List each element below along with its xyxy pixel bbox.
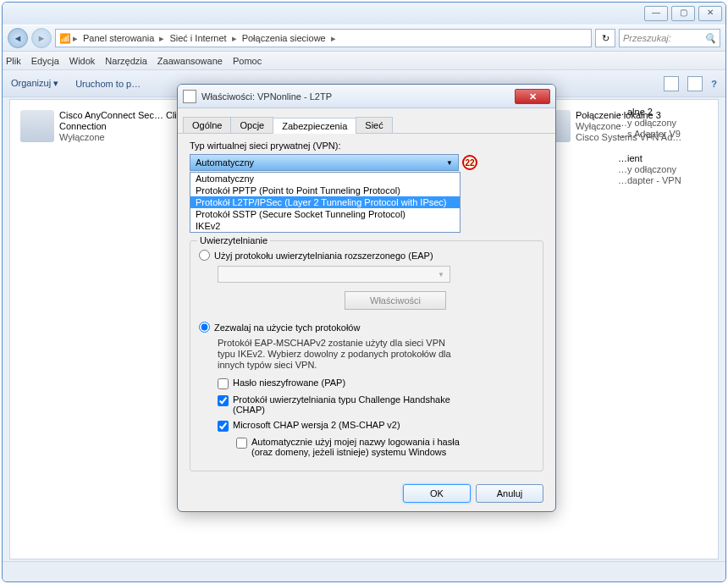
radio-allow-input[interactable]: [199, 322, 210, 333]
back-button[interactable]: ◄: [8, 28, 28, 48]
connection-item-partial: …ient …y odłączony …dapter - VPN: [618, 153, 711, 186]
check-pap[interactable]: Hasło nieszyfrowane (PAP): [218, 377, 534, 389]
chevron-down-icon: ▼: [446, 159, 453, 167]
check-mschap[interactable]: Microsoft CHAP wersja 2 (MS-CHAP v2): [218, 420, 534, 432]
search-icon: 🔍: [704, 33, 716, 44]
connection-item-partial: …alne 2 …y odłączony …s Adapter V9: [618, 107, 711, 140]
ok-button[interactable]: OK: [403, 484, 471, 503]
close-button[interactable]: ✕: [698, 6, 722, 21]
chevron-icon: ▸: [331, 33, 336, 44]
connection-name: Cisco AnyConnect Sec… Client Connection: [59, 110, 191, 132]
radio-allow[interactable]: Zezwalaj na użycie tych protokołów: [199, 322, 534, 333]
check-chap-input[interactable]: [218, 395, 229, 406]
radio-allow-label: Zezwalaj na użycie tych protokołów: [214, 322, 360, 333]
dialog-titlebar: Właściwości: VPNonline - L2TP ✕: [178, 85, 555, 108]
refresh-button[interactable]: ↻: [595, 29, 615, 47]
tab-security[interactable]: Zabezpieczenia: [273, 118, 356, 134]
start-connection-button[interactable]: Uruchom to p…: [75, 79, 141, 89]
minimize-button[interactable]: —: [644, 6, 668, 21]
menubar: Plik Edycja Widok Narzędzia Zaawansowane…: [3, 52, 725, 70]
tab-options[interactable]: Opcje: [230, 117, 273, 133]
callout-22: 22: [462, 155, 477, 170]
properties-dialog: Właściwości: VPNonline - L2TP ✕ Ogólne O…: [177, 84, 556, 512]
dialog-title: Właściwości: VPNonline - L2TP: [201, 91, 332, 102]
cancel-button[interactable]: Anuluj: [476, 484, 543, 503]
search-input[interactable]: Przeszukaj: 🔍: [619, 29, 720, 47]
address-bar[interactable]: 📶 ▸ Panel sterowania ▸ Sieć i Internet ▸…: [55, 29, 592, 47]
dropdown-option[interactable]: Protokół PPTP (Point to Point Tunneling …: [190, 185, 460, 196]
dropdown-option[interactable]: Automatyczny: [190, 173, 460, 185]
menu-advanced[interactable]: Zaawansowane: [157, 56, 223, 66]
vpn-type-dropdown: Automatyczny Protokół PPTP (Point to Poi…: [190, 172, 461, 233]
check-autologin-input[interactable]: [236, 438, 247, 449]
check-pap-label: Hasło nieszyfrowane (PAP): [233, 377, 345, 388]
search-placeholder: Przeszukaj:: [623, 33, 671, 43]
explorer-window: — ▢ ✕ ◄ ► 📶 ▸ Panel sterowania ▸ Sieć i …: [2, 2, 726, 582]
dropdown-option[interactable]: Protokół SSTP (Secure Socket Tunneling P…: [190, 208, 460, 220]
navbar: ◄ ► 📶 ▸ Panel sterowania ▸ Sieć i Intern…: [3, 25, 725, 52]
check-autologin-label: Automatycznie użyj mojej nazwy logowania…: [251, 437, 472, 457]
menu-file[interactable]: Plik: [6, 56, 21, 66]
auth-group: Uwierzytelnianie Użyj protokołu uwierzyt…: [190, 240, 543, 471]
tab-general[interactable]: Ogólne: [183, 117, 231, 133]
help-icon[interactable]: ?: [711, 79, 717, 89]
vpn-type-label: Typ wirtualnej sieci prywatnej (VPN):: [190, 140, 543, 151]
dialog-close-button[interactable]: ✕: [515, 89, 550, 104]
eap-combo: ▼: [218, 266, 450, 283]
dropdown-option[interactable]: IKEv2: [190, 220, 460, 232]
check-chap[interactable]: Protokół uwierzytelniania typu Challenge…: [218, 394, 534, 415]
dropdown-option-highlighted[interactable]: Protokół L2TP/IPSec (Layer 2 Tunneling P…: [190, 196, 460, 208]
tab-network[interactable]: Sieć: [356, 117, 392, 133]
tab-pane: Typ wirtualnej sieci prywatnej (VPN): Au…: [178, 134, 555, 478]
chevron-icon: ▸: [159, 33, 164, 44]
view-icon[interactable]: [664, 76, 679, 91]
network-icon: [20, 110, 54, 142]
connection-item[interactable]: Cisco AnyConnect Sec… Client Connection …: [17, 107, 195, 146]
forward-button[interactable]: ►: [31, 28, 52, 48]
breadcrumb[interactable]: Sieć i Internet: [166, 33, 229, 43]
tab-row: Ogólne Opcje Zabezpieczenia Sieć: [178, 113, 555, 134]
check-pap-input[interactable]: [218, 378, 229, 389]
radio-eap[interactable]: Użyj protokołu uwierzytelniania rozszerz…: [199, 250, 534, 261]
check-mschap-input[interactable]: [218, 421, 229, 432]
radio-eap-input[interactable]: [199, 250, 210, 261]
check-chap-label: Protokół uwierzytelniania typu Challenge…: [233, 394, 453, 415]
radio-eap-label: Użyj protokołu uwierzytelniania rozszerz…: [214, 251, 433, 261]
allow-description: Protokół EAP-MSCHAPv2 zostanie użyty dla…: [218, 338, 463, 371]
chevron-icon: ▸: [232, 33, 237, 44]
dialog-icon: [183, 90, 196, 103]
titlebar: — ▢ ✕: [3, 3, 725, 25]
connection-status: Wyłączone: [59, 132, 191, 143]
vpn-type-value: Automatyczny: [196, 157, 254, 168]
organize-button[interactable]: Organizuj ▾: [11, 78, 58, 89]
check-autologin[interactable]: Automatycznie użyj mojej nazwy logowania…: [236, 437, 534, 457]
breadcrumb[interactable]: Panel sterowania: [80, 33, 157, 43]
maximize-button[interactable]: ▢: [671, 6, 695, 21]
menu-view[interactable]: Widok: [69, 56, 96, 66]
breadcrumb[interactable]: Połączenia sieciowe: [239, 33, 329, 43]
folder-icon: 📶: [59, 33, 71, 44]
auth-group-label: Uwierzytelnianie: [197, 235, 270, 245]
chevron-icon: ▸: [73, 33, 78, 44]
vpn-type-combo[interactable]: Automatyczny ▼ Automatyczny Protokół PPT…: [190, 154, 459, 171]
statusbar: [3, 561, 725, 581]
preview-icon[interactable]: [687, 76, 703, 91]
menu-help[interactable]: Pomoc: [233, 56, 262, 66]
check-mschap-label: Microsoft CHAP wersja 2 (MS-CHAP v2): [233, 420, 400, 430]
properties-button: Właściwości: [345, 291, 446, 310]
menu-edit[interactable]: Edycja: [31, 56, 59, 66]
menu-tools[interactable]: Narzędzia: [105, 56, 147, 66]
